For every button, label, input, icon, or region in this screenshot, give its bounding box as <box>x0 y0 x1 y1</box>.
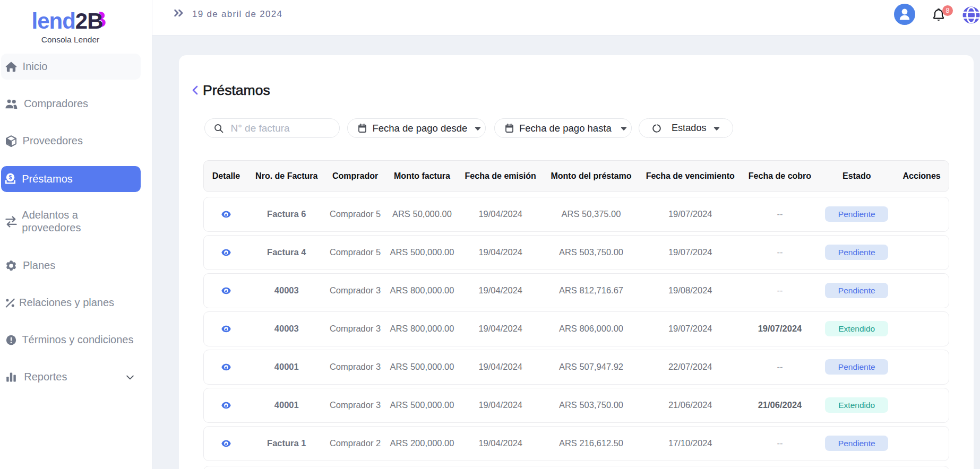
svg-text:$: $ <box>9 173 12 180</box>
